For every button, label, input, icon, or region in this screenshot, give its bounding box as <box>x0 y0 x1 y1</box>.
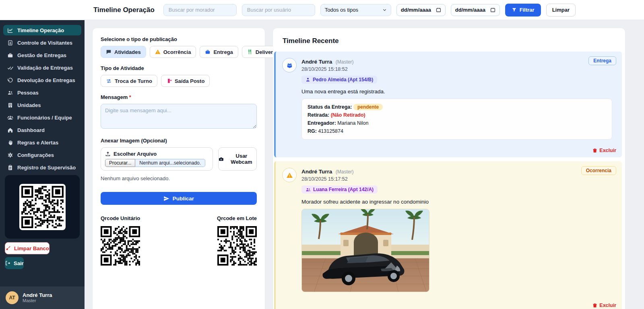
open-box-icon <box>286 62 293 69</box>
activity-type-label: Tipo de Atividade <box>101 65 257 71</box>
sidebar-item-funcionarios-equipe[interactable]: Funcionários / Equipe <box>3 112 81 123</box>
message-textarea[interactable] <box>101 104 257 129</box>
swap-arrows-icon <box>106 78 112 84</box>
user-name: André Turra <box>23 292 52 298</box>
sidebar-item-regras-alertas[interactable]: Regras e Alertas <box>3 137 81 148</box>
sidebar-item-gestao-entregas[interactable]: Gestão de Entregas <box>3 50 81 60</box>
activity-troca-turno-button[interactable]: Troca de Turno <box>101 75 157 87</box>
calendar-icon <box>436 7 441 12</box>
search-usuario-input[interactable] <box>242 4 315 16</box>
resident-tag[interactable]: Luana Ferreira (Apt 142/A) <box>301 185 378 194</box>
entry-avatar <box>282 58 297 72</box>
entry-author: André Turra <box>301 59 332 65</box>
entry-author: André Turra <box>301 169 332 175</box>
warning-triangle-icon <box>155 49 161 55</box>
double-check-icon <box>7 65 13 71</box>
type-entrega-button[interactable]: Entrega <box>200 46 238 58</box>
warning-triangle-icon <box>286 172 293 179</box>
broom-icon <box>5 245 11 251</box>
entry-message: Morador sofreu acidente ao ingressar no … <box>301 199 615 205</box>
logout-icon <box>5 260 10 266</box>
publication-type-label: Selecione o tipo de publicação <box>101 36 257 42</box>
resident-tag[interactable]: Pedro Almeida (Apt 154/B) <box>301 76 377 84</box>
timeline-entry-ocorrencia: Ocorrencia André Turra (Master) 28/10/20… <box>274 161 622 309</box>
utensils-icon <box>247 49 253 55</box>
top-header: Timeline Operação Todos os tipos dd/mm/a… <box>0 0 644 20</box>
undo-icon <box>7 77 13 83</box>
person-icon <box>305 77 310 82</box>
rg-value: 413125874 <box>318 128 343 134</box>
upload-icon <box>105 151 111 157</box>
funnel-icon <box>512 7 517 12</box>
team-icon <box>7 115 13 121</box>
calendar-icon <box>490 7 495 12</box>
entry-author-role: (Master) <box>336 59 354 65</box>
delete-entry-button[interactable]: Excluir <box>592 148 616 153</box>
entry-type-badge: Entrega <box>588 56 616 65</box>
trash-icon <box>592 303 597 308</box>
sidebar-item-timeline-operacao[interactable]: Timeline Operação <box>3 25 81 35</box>
entry-type-badge: Ocorrencia <box>581 166 616 175</box>
choose-file-label[interactable]: Escolher Arquivo <box>105 151 208 157</box>
sidebar-item-pessoas[interactable]: Pessoas <box>3 87 81 98</box>
clear-database-button[interactable]: Limpar Banco <box>5 242 50 254</box>
retirada-value: (Não Retirado) <box>331 112 365 118</box>
delete-entry-button[interactable]: Excluir <box>592 303 616 308</box>
speech-bubble-icon <box>106 49 111 55</box>
file-input-box[interactable]: Escolher Arquivo Procurar... Nenhum arqu… <box>101 147 213 171</box>
camera-icon <box>219 156 224 162</box>
avatar: AT <box>6 291 19 304</box>
attach-image-label: Anexar Imagem (Opcional) <box>101 138 257 144</box>
sidebar: Timeline Operação Controle de Visitantes… <box>0 20 85 309</box>
exit-door-icon <box>166 78 172 84</box>
entry-timestamp: 28/10/2025 15:17:52 <box>301 176 378 182</box>
timeline-title: Timeline Recente <box>273 28 625 52</box>
type-filter-select[interactable]: Todos os tipos <box>320 4 391 16</box>
filter-button[interactable]: Filtrar <box>505 4 541 16</box>
package-icon <box>205 49 211 55</box>
gear-icon <box>7 152 13 158</box>
message-label: Mensagem * <box>101 94 257 100</box>
publish-button[interactable]: Publicar <box>101 192 257 205</box>
activity-saida-posto-button[interactable]: Saída Posto <box>161 75 210 87</box>
chevron-down-icon <box>382 8 387 12</box>
people-icon <box>7 90 13 96</box>
sidebar-item-registro-supervisao[interactable]: Registro de Supervisão <box>3 162 81 173</box>
sidebar-item-devolucao-entregas[interactable]: Devolução de Entregas <box>3 75 81 85</box>
search-morador-input[interactable] <box>163 4 237 16</box>
qr-batch-label: Qrcode em Lote <box>217 215 257 221</box>
use-webcam-button[interactable]: Usar Webcam <box>218 147 257 171</box>
clear-filter-button[interactable]: Limpar <box>546 4 576 16</box>
sidebar-item-dashboard[interactable]: Dashboard <box>3 125 81 135</box>
qr-single-label: Qrcode Unitário <box>101 215 140 221</box>
briefcase-icon <box>7 52 13 58</box>
chart-line-icon <box>7 27 13 33</box>
user-role: Master <box>23 298 52 303</box>
publication-form-panel: Selecione o tipo de publicação Atividade… <box>93 28 265 309</box>
entry-timestamp: 28/10/2025 15:18:52 <box>301 66 377 72</box>
type-atividades-button[interactable]: Atividades <box>101 46 146 58</box>
browse-button[interactable]: Procurar... <box>105 159 135 167</box>
paper-plane-icon <box>163 196 169 202</box>
sidebar-item-controle-visitantes[interactable]: Controle de Visitantes <box>3 37 81 48</box>
type-ocorrencia-button[interactable]: Ocorrência <box>150 46 196 58</box>
hand-icon <box>7 140 13 146</box>
sidebar-user-footer: AT André Turra Master <box>0 286 85 309</box>
date-to-input[interactable]: dd/mm/aaaa <box>451 4 500 16</box>
file-value: Nenhum arqui...selecionado. <box>135 159 205 167</box>
sidebar-item-configuracoes[interactable]: Configurações <box>3 150 81 160</box>
sidebar-item-unidades[interactable]: Unidades <box>3 100 81 110</box>
trash-icon <box>592 148 597 153</box>
status-badge: pendente <box>353 104 383 110</box>
id-badge-icon <box>7 40 13 46</box>
date-from-input[interactable]: dd/mm/aaaa <box>396 4 446 16</box>
clipboard-icon <box>7 165 13 171</box>
occurrence-photo <box>301 209 429 292</box>
required-asterisk: * <box>129 94 131 100</box>
qr-code-single <box>101 226 140 266</box>
entregador-value: Mariana Nilon <box>337 120 368 126</box>
page-title: Timeline Operação <box>93 6 155 14</box>
sidebar-item-validacao-entregas[interactable]: Validação de Entregas <box>3 62 81 73</box>
entry-avatar <box>282 168 297 182</box>
logout-button[interactable]: Sair <box>5 257 24 269</box>
